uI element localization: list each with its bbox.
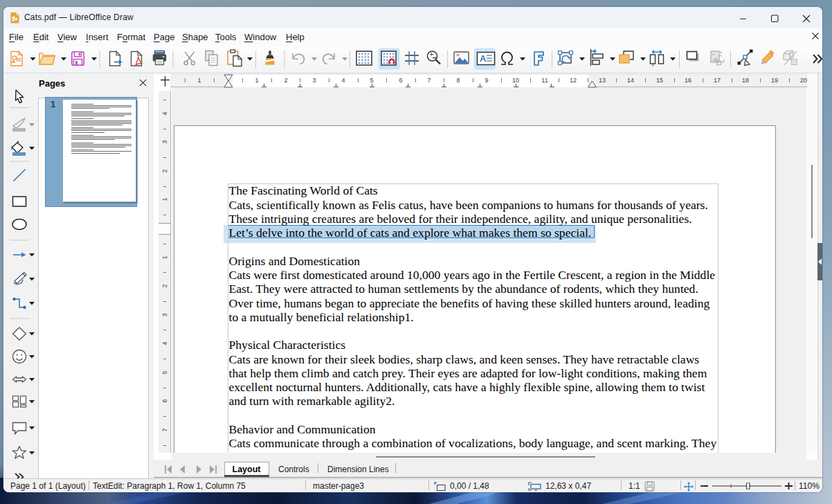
svg-text:A: A [480, 53, 487, 64]
